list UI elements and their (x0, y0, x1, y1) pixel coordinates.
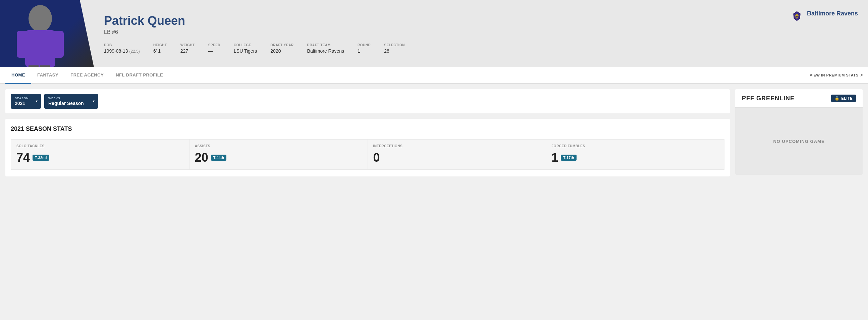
svg-rect-4 (29, 65, 38, 67)
svg-rect-5 (40, 65, 50, 67)
round-label: ROUND (358, 43, 371, 47)
meta-draft-team: DRAFT TEAM Baltimore Ravens (307, 43, 344, 54)
height-label: HEIGHT (153, 43, 167, 47)
svg-rect-3 (52, 31, 64, 58)
meta-dob: DOB 1999-08-13 (22.5) (104, 43, 140, 54)
meta-college: COLLEGE LSU Tigers (234, 43, 257, 54)
tab-free-agency[interactable]: FREE AGENCY (64, 67, 110, 84)
forced-fumbles-rank: T-17th (561, 155, 576, 161)
stats-title: 2021 SEASON STATS (11, 125, 724, 132)
svg-rect-1 (25, 30, 55, 67)
meta-weight: WEIGHT 227 (181, 43, 195, 54)
stat-forced-fumbles: FORCED FUMBLES 1 T-17th (546, 139, 724, 170)
stat-assists: ASSISTS 20 T-44th (189, 139, 368, 170)
selection-value: 28 (384, 48, 405, 54)
interceptions-label: INTERCEPTIONS (373, 144, 541, 148)
solo-tackles-value-row: 74 T-32nd (17, 151, 184, 165)
forced-fumbles-label: FORCED FUMBLES (551, 144, 719, 148)
meta-height: HEIGHT 6' 1" (153, 43, 167, 54)
weight-label: WEIGHT (181, 43, 195, 47)
weight-value: 227 (181, 48, 195, 54)
tab-fantasy[interactable]: FANTASY (31, 67, 64, 84)
selection-label: SELECTION (384, 43, 405, 47)
assists-rank: T-44th (211, 155, 226, 161)
assists-value: 20 (195, 151, 208, 165)
ravens-logo-icon: B (791, 10, 803, 22)
svg-text:B: B (796, 15, 798, 18)
season-value: 2021 (15, 101, 25, 106)
external-link-icon: ↗ (860, 73, 863, 77)
left-panel: SEASON 2021 ▼ WEEKS Regular Season ▼ 202… (5, 89, 730, 177)
svg-rect-2 (17, 31, 29, 58)
college-label: COLLEGE (234, 43, 257, 47)
assists-value-row: 20 T-44th (195, 151, 362, 165)
team-logo-area: B Baltimore Ravens (781, 0, 868, 67)
dob-value: 1999-08-13 (22.5) (104, 48, 140, 54)
player-meta: DOB 1999-08-13 (22.5) HEIGHT 6' 1" WEIGH… (104, 43, 771, 54)
meta-selection: SELECTION 28 (384, 43, 405, 54)
player-header: Patrick Queen LB #6 DOB 1999-08-13 (22.5… (0, 0, 868, 67)
speed-label: SPEED (208, 43, 220, 47)
stat-solo-tackles: SOLO TACKLES 74 T-32nd (11, 139, 189, 170)
player-position: LB #6 (104, 29, 771, 35)
season-select[interactable]: SEASON 2021 (11, 94, 41, 109)
no-game-text: NO UPCOMING GAME (773, 139, 825, 144)
stat-interceptions: INTERCEPTIONS 0 (368, 139, 546, 170)
player-info: Patrick Queen LB #6 DOB 1999-08-13 (22.5… (94, 0, 781, 67)
stats-section: 2021 SEASON STATS SOLO TACKLES 74 T-32nd… (5, 119, 730, 177)
main-content: SEASON 2021 ▼ WEEKS Regular Season ▼ 202… (0, 84, 868, 182)
filter-row: SEASON 2021 ▼ WEEKS Regular Season ▼ (5, 89, 730, 114)
height-value: 6' 1" (153, 48, 167, 54)
greenline-header: PFF GREENLINE 🔒 ELITE (735, 89, 863, 108)
meta-round: ROUND 1 (358, 43, 371, 54)
greenline-title: PFF GREENLINE (742, 95, 795, 102)
weeks-select-wrapper: WEEKS Regular Season ▼ (44, 94, 98, 109)
team-name: Baltimore Ravens (807, 10, 858, 17)
interceptions-value: 0 (373, 151, 380, 165)
round-value: 1 (358, 48, 371, 54)
greenline-panel: PFF GREENLINE 🔒 ELITE NO UPCOMING GAME (735, 89, 863, 175)
elite-badge: 🔒 ELITE (831, 95, 856, 102)
meta-draft-year: DRAFT YEAR 2020 (270, 43, 293, 54)
forced-fumbles-value: 1 (551, 151, 558, 165)
meta-speed: SPEED — (208, 43, 220, 54)
dob-label: DOB (104, 43, 140, 47)
player-photo-container (0, 0, 94, 67)
player-image (7, 2, 91, 67)
stats-grid: SOLO TACKLES 74 T-32nd ASSISTS 20 T-44th (11, 139, 724, 170)
premium-stats-link[interactable]: VIEW IN PREMIUM STATS ↗ (810, 73, 863, 77)
assists-label: ASSISTS (195, 144, 362, 148)
tab-nfl-draft[interactable]: NFL DRAFT PROFILE (110, 67, 169, 84)
draft-team-value: Baltimore Ravens (307, 48, 344, 54)
elite-label: ELITE (841, 96, 852, 100)
tab-home[interactable]: HOME (5, 67, 31, 84)
weeks-value: Regular Season (48, 101, 84, 106)
weeks-label: WEEKS (48, 97, 60, 100)
player-name: Patrick Queen (104, 14, 771, 28)
solo-tackles-value: 74 (17, 151, 30, 165)
draft-team-label: DRAFT TEAM (307, 43, 344, 47)
nav-tabs: HOME FANTASY FREE AGENCY NFL DRAFT PROFI… (0, 67, 868, 84)
interceptions-value-row: 0 (373, 151, 541, 165)
college-value: LSU Tigers (234, 48, 257, 54)
forced-fumbles-value-row: 1 T-17th (551, 151, 719, 165)
solo-tackles-rank: T-32nd (33, 155, 49, 161)
weeks-select[interactable]: WEEKS Regular Season (44, 94, 98, 109)
speed-value: — (208, 48, 220, 54)
greenline-body: NO UPCOMING GAME (735, 108, 863, 175)
right-panel: PFF GREENLINE 🔒 ELITE NO UPCOMING GAME (735, 89, 863, 177)
solo-tackles-label: SOLO TACKLES (17, 144, 184, 148)
svg-point-0 (29, 5, 52, 32)
lock-icon: 🔒 (834, 96, 840, 101)
draft-year-label: DRAFT YEAR (270, 43, 293, 47)
season-label: SEASON (15, 97, 29, 100)
season-select-wrapper: SEASON 2021 ▼ (11, 94, 41, 109)
draft-year-value: 2020 (270, 48, 293, 54)
